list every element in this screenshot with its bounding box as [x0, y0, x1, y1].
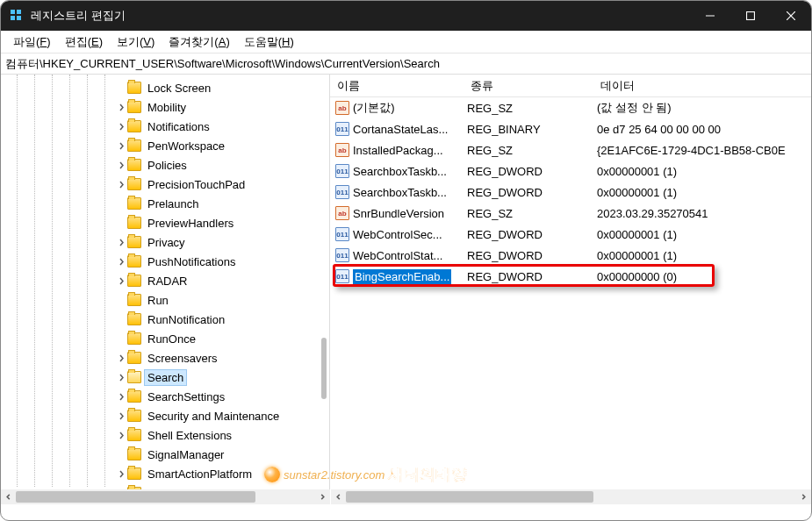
scroll-left-icon[interactable]: [331, 489, 346, 504]
chevron-icon[interactable]: [115, 181, 127, 189]
close-button[interactable]: [771, 1, 811, 31]
titlebar: 레지스트리 편집기: [1, 1, 811, 31]
scroll-left-icon[interactable]: [1, 489, 16, 504]
list-row[interactable]: 011CortanaStateLas...REG_BINARY0e d7 25 …: [330, 118, 811, 139]
folder-icon: [127, 294, 141, 306]
tree-label: Screensavers: [145, 351, 219, 366]
tree-item[interactable]: Shell Extensions: [115, 425, 329, 445]
tree-item[interactable]: Run: [115, 290, 329, 310]
list-row[interactable]: 011BingSearchEnab...REG_DWORD0x00000000 …: [330, 266, 811, 287]
value-name: InstalledPackag...: [353, 144, 443, 157]
tree-item[interactable]: Lock Screen: [115, 78, 329, 97]
tree-label: SmartActionPlatform: [145, 467, 255, 482]
folder-icon: [127, 352, 141, 364]
tree-item[interactable]: Security and Maintenance: [115, 406, 329, 425]
tree-item[interactable]: SignalManager: [115, 445, 329, 464]
menu-도움말[interactable]: 도움말(H): [237, 32, 301, 52]
chevron-icon[interactable]: [115, 239, 127, 246]
folder-icon: [127, 255, 141, 268]
chevron-icon[interactable]: [115, 432, 127, 439]
tree-label: SignalManager: [145, 447, 226, 462]
col-header-name[interactable]: 이름: [330, 78, 463, 94]
chevron-icon[interactable]: [115, 470, 127, 478]
value-name: SearchboxTaskb...: [353, 165, 447, 178]
tree-label: Search: [145, 370, 186, 385]
address-bar[interactable]: 컴퓨터\HKEY_CURRENT_USER\Software\Microsoft…: [1, 54, 811, 75]
maximize-button[interactable]: [730, 1, 771, 31]
value-name: WebControlStat...: [353, 249, 442, 262]
tree-item[interactable]: Notifications: [115, 117, 329, 136]
tree-item[interactable]: Screensavers: [115, 348, 329, 368]
folder-icon: [127, 82, 141, 94]
tree-item[interactable]: PushNotifications: [115, 252, 329, 271]
list-header: 이름 종류 데이터: [330, 75, 811, 97]
tree-item[interactable]: SearchSettings: [115, 387, 329, 406]
col-header-type[interactable]: 종류: [463, 78, 593, 94]
chevron-icon[interactable]: [115, 103, 127, 111]
tree-label: RADAR: [145, 274, 190, 289]
chevron-icon[interactable]: [115, 142, 127, 150]
main-area: Lock ScreenMobilityNotificationsPenWorks…: [1, 75, 811, 504]
minimize-button[interactable]: [690, 1, 730, 31]
tree-item[interactable]: PrecisionTouchPad: [115, 175, 329, 194]
tree-item[interactable]: PreviewHandlers: [115, 213, 329, 232]
tree-label: Run: [145, 293, 171, 308]
tree-label: PenWorkspace: [145, 139, 227, 153]
list-row[interactable]: abInstalledPackag...REG_SZ{2E1AFC6E-1729…: [330, 139, 811, 161]
list-row[interactable]: abSnrBundleVersionREG_SZ2023.03.29.35270…: [330, 203, 811, 224]
tree-item[interactable]: SmartActionPlatform: [115, 464, 329, 483]
folder-icon: [127, 217, 141, 229]
tree-vscroll-thumb[interactable]: [321, 338, 327, 399]
menu-보기[interactable]: 보기(V): [110, 32, 162, 52]
tree-pane[interactable]: Lock ScreenMobilityNotificationsPenWorks…: [1, 75, 330, 504]
tree-item[interactable]: RunOnce: [115, 329, 329, 348]
reg-binary-icon: 011: [335, 185, 349, 199]
list-hscroll[interactable]: [331, 489, 811, 504]
tree-label: Security and Maintenance: [145, 409, 282, 424]
tree-guides: [1, 75, 124, 504]
list-row[interactable]: 011WebControlSec...REG_DWORD0x00000001 (…: [330, 224, 811, 245]
list-row[interactable]: 011WebControlStat...REG_DWORD0x00000001 …: [330, 245, 811, 266]
svg-rect-3: [17, 16, 21, 20]
value-data: 0x00000001 (1): [593, 249, 811, 262]
chevron-icon[interactable]: [115, 393, 127, 401]
folder-icon: [127, 467, 141, 480]
tree-item[interactable]: Policies: [115, 155, 329, 175]
tree-item[interactable]: PenWorkspace: [115, 136, 329, 155]
tree-hscroll[interactable]: [1, 489, 330, 504]
value-type: REG_DWORD: [463, 228, 593, 241]
chevron-icon[interactable]: [115, 412, 127, 420]
scroll-right-icon[interactable]: [315, 489, 330, 504]
tree-item[interactable]: Mobility: [115, 97, 329, 117]
menu-파일[interactable]: 파일(F): [6, 32, 58, 52]
list-row[interactable]: 011SearchboxTaskb...REG_DWORD0x00000001 …: [330, 182, 811, 203]
col-header-data[interactable]: 데이터: [593, 78, 811, 94]
reg-binary-icon: 011: [335, 164, 349, 178]
folder-icon: [127, 101, 141, 113]
chevron-icon[interactable]: [115, 354, 127, 362]
chevron-icon[interactable]: [115, 258, 127, 266]
value-data: (값 설정 안 됨): [593, 100, 811, 116]
value-name: WebControlSec...: [353, 228, 442, 241]
regedit-app-icon: [10, 9, 24, 23]
scroll-right-icon[interactable]: [796, 489, 811, 504]
menu-즐겨찾기[interactable]: 즐겨찾기(A): [162, 32, 236, 52]
menu-편집[interactable]: 편집(E): [58, 32, 110, 52]
list-row[interactable]: 011SearchboxTaskb...REG_DWORD0x00000001 …: [330, 161, 811, 182]
tree-item[interactable]: Prelaunch: [115, 194, 329, 213]
tree-item[interactable]: RADAR: [115, 271, 329, 290]
list-pane[interactable]: 이름 종류 데이터 ab(기본값)REG_SZ(값 설정 안 됨)011Cort…: [330, 75, 811, 504]
chevron-icon[interactable]: [115, 277, 127, 285]
tree-item[interactable]: Privacy: [115, 232, 329, 252]
folder-icon: [127, 332, 141, 345]
chevron-icon[interactable]: [115, 123, 127, 131]
folder-icon: [127, 429, 141, 441]
folder-icon: [127, 159, 141, 171]
tree-item[interactable]: Search: [115, 368, 329, 387]
value-data: 2023.03.29.35270541: [593, 207, 811, 220]
chevron-icon[interactable]: [115, 161, 127, 169]
list-row[interactable]: ab(기본값)REG_SZ(값 설정 안 됨): [330, 97, 811, 118]
chevron-icon[interactable]: [115, 374, 127, 382]
tree-label: PrecisionTouchPad: [145, 177, 248, 192]
tree-item[interactable]: RunNotification: [115, 310, 329, 329]
